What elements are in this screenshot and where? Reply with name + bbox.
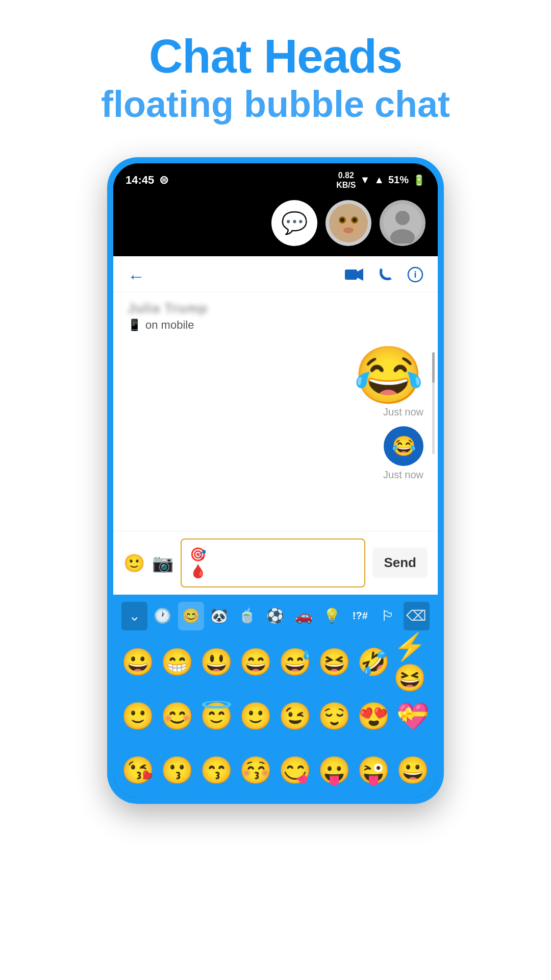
send-button[interactable]: Send	[372, 548, 428, 578]
keyboard-tab-activities[interactable]: ⚽	[262, 602, 288, 630]
page-title-main: Chat Heads	[20, 31, 531, 82]
svg-rect-10	[345, 270, 357, 280]
bubble-icon: 💬	[281, 210, 308, 235]
bubble-emoji: 😂	[392, 435, 416, 457]
chat-window: ←	[113, 256, 438, 595]
input-area: 🙂 📷 🎯 🩸 Send	[113, 531, 438, 595]
status-signal-icon: ▲	[374, 174, 384, 186]
emoji-yum[interactable]: 😋	[276, 748, 315, 794]
status-time: 14:45	[126, 174, 154, 187]
activities-icon: ⚽	[266, 607, 284, 624]
message-timestamp-2: Just now	[383, 469, 423, 481]
svg-marker-11	[357, 268, 363, 281]
phone-call-button[interactable]	[378, 267, 393, 286]
keyboard-tab-symbols[interactable]: !?#	[347, 602, 373, 630]
input-emoji-top: 🎯	[190, 547, 206, 562]
backspace-icon: ⌫	[406, 607, 427, 624]
contact-info: Julia Trump 📱 on mobile	[113, 292, 438, 337]
video-call-button[interactable]	[345, 267, 363, 286]
keyboard-tab-travel[interactable]: 🚗	[291, 602, 317, 630]
message-1: 😂 Just now	[128, 347, 423, 418]
emoji-kissing-closed[interactable]: 😚	[236, 748, 276, 794]
emoji-wink[interactable]: 😉	[276, 694, 315, 740]
emoji-smile[interactable]: 🙂	[236, 694, 276, 740]
keyboard-tab-recent[interactable]: 🕐	[149, 602, 176, 630]
camera-button[interactable]: 📷	[152, 553, 173, 573]
emoji-lightning[interactable]: ⚡😆	[393, 640, 433, 685]
keyboard-tab-animals[interactable]: 🐼	[206, 602, 232, 630]
food-icon: 🍵	[238, 607, 256, 624]
person-avatar-svg	[382, 203, 423, 243]
emoji-heart-gift[interactable]: 💝	[393, 694, 433, 740]
svg-point-8	[395, 211, 410, 225]
chat-header-right: i	[345, 266, 423, 287]
emoji-beaming[interactable]: 😁	[158, 640, 197, 685]
smileys-icon: 😊	[182, 607, 200, 624]
page-header: Chat Heads floating bubble chat	[0, 0, 551, 147]
emoji-heart-eyes[interactable]: 😍	[354, 694, 393, 740]
emoji-sweat-smile[interactable]: 😅	[276, 640, 315, 685]
svg-text:i: i	[414, 270, 416, 280]
status-left: 14:45 ⊜	[126, 174, 168, 187]
messages-wrapper: 😂 Just now 😂 Just now	[113, 337, 438, 531]
status-msg-icon: ⊜	[159, 174, 168, 187]
chat-scrollbar[interactable]	[432, 352, 435, 454]
contact-name: Julia Trump	[128, 301, 219, 316]
keyboard-container: ⌄ 🕐 😊 🐼 🍵 ⚽ 🚗	[113, 595, 438, 798]
keyboard-tab-bar: ⌄ 🕐 😊 🐼 🍵 ⚽ 🚗	[113, 595, 438, 635]
emoji-tongue-wink[interactable]: 😜	[354, 748, 393, 794]
emoji-kissing-heart[interactable]: 😘	[118, 748, 158, 794]
chat-header: ←	[113, 256, 438, 292]
emoji-big-grin[interactable]: 😃	[197, 640, 236, 685]
emoji-grin2[interactable]: 😀	[393, 748, 433, 794]
input-emoji-content: 🎯 🩸	[190, 547, 206, 579]
status-text: on mobile	[145, 318, 194, 332]
status-battery: 51%	[388, 174, 409, 186]
emoji-grinning[interactable]: 😀	[118, 640, 158, 685]
keyboard-backspace-button[interactable]: ⌫	[404, 602, 430, 630]
message-2: 😂 Just now	[128, 426, 423, 481]
keyboard-tab-flags[interactable]: 🏳	[375, 602, 401, 630]
chat-scroll-thumb	[432, 352, 435, 383]
emoji-kissing[interactable]: 😗	[158, 748, 197, 794]
keyboard-tab-objects[interactable]: 💡	[319, 602, 345, 630]
keyboard-tab-smileys[interactable]: 😊	[178, 602, 204, 630]
flags-icon: 🏳	[381, 607, 395, 624]
emoji-innocent[interactable]: 😇	[197, 694, 236, 740]
message-bubble-blue: 😂	[384, 426, 423, 466]
emoji-kissing-smiling[interactable]: 😙	[197, 748, 236, 794]
emoji-grid-row2: 🙂 😊 😇 🙂 😉 😌 😍 💝	[113, 690, 438, 744]
emoji-blush[interactable]: 😊	[158, 694, 197, 740]
svg-point-4	[340, 218, 344, 222]
emoji-slightly-smiling[interactable]: 🙂	[118, 694, 158, 740]
status-bar: 14:45 ⊜ 0.82KB/S ▼ ▲ 51% 🔋	[113, 163, 438, 195]
emoji-grid-row3: 😘 😗 😙 😚 😋 😛 😜 😀	[113, 744, 438, 798]
emoji-relieved[interactable]: 😌	[315, 694, 354, 740]
symbols-icon: !?#	[353, 610, 368, 622]
messages-area: 😂 Just now 😂 Just now	[113, 337, 438, 531]
message-timestamp-1: Just now	[383, 406, 423, 418]
recent-icon: 🕐	[154, 607, 171, 624]
emoji-grinning-eyes[interactable]: 😄	[236, 640, 276, 685]
keyboard-tab-food[interactable]: 🍵	[234, 602, 260, 630]
contact-avatar-baby[interactable]	[325, 200, 371, 246]
input-emoji-bottom: 🩸	[190, 564, 206, 579]
message-input[interactable]: 🎯 🩸	[181, 538, 365, 587]
contact-avatar-person[interactable]	[380, 200, 425, 246]
phone-inner: 14:45 ⊜ 0.82KB/S ▼ ▲ 51% 🔋 💬	[113, 163, 438, 798]
floating-heads-area: 💬	[113, 195, 438, 256]
emoji-stuck-out-tongue[interactable]: 😛	[315, 748, 354, 794]
back-button[interactable]: ←	[128, 266, 145, 286]
page-title-sub: floating bubble chat	[20, 82, 531, 126]
phone-frame: 14:45 ⊜ 0.82KB/S ▼ ▲ 51% 🔋 💬	[107, 157, 444, 804]
keyboard-collapse-button[interactable]: ⌄	[121, 602, 147, 630]
emoji-picker-button[interactable]: 🙂	[123, 553, 145, 573]
emoji-rofl[interactable]: 🤣	[354, 640, 393, 685]
chat-bubble-head[interactable]: 💬	[271, 200, 317, 246]
contact-status: 📱 on mobile	[128, 318, 423, 332]
svg-point-6	[343, 227, 354, 233]
emoji-laughing[interactable]: 😆	[315, 640, 354, 685]
travel-icon: 🚗	[295, 607, 313, 624]
info-button[interactable]: i	[407, 266, 423, 287]
status-battery-icon: 🔋	[413, 174, 425, 186]
